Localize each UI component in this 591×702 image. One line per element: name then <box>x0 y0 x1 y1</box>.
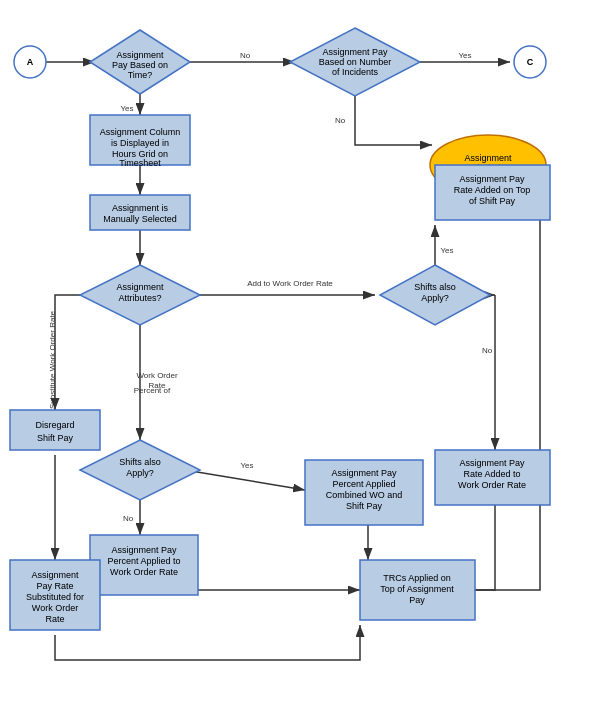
rect-sub-label4: Work Order <box>32 603 78 613</box>
rect-manually-label2: Manually Selected <box>103 214 177 224</box>
rect-disregard-label: Disregard <box>35 420 74 430</box>
rect-percent-comb-label2: Percent Applied <box>332 479 395 489</box>
yes3-label: Yes <box>240 461 253 470</box>
rect-column-label2: is Displayed in <box>111 138 169 148</box>
percent-wo-rate-label2: Rate <box>149 381 166 390</box>
substitute-label: Substitute Work Order Rate <box>48 310 57 409</box>
node-A-label: A <box>27 57 34 67</box>
diamond-shifts-l-label2: Apply? <box>126 468 154 478</box>
rect-rate-wo-label: Assignment Pay <box>459 458 525 468</box>
svg-line-12 <box>185 470 305 490</box>
rect-sub-label5: Rate <box>45 614 64 624</box>
rect-rate-wo-label3: Work Order Rate <box>458 480 526 490</box>
rect-percent-comb-label3: Combined WO and <box>326 490 403 500</box>
oval-complete-label: Assignment <box>464 153 512 163</box>
rect-sub-label2: Pay Rate <box>36 581 73 591</box>
rect-percent-comb-label: Assignment Pay <box>331 468 397 478</box>
no1-label: No <box>240 51 251 60</box>
node-C-label: C <box>527 57 534 67</box>
yes1-label: Yes <box>120 104 133 113</box>
add-wo-label: Add to Work Order Rate <box>247 279 333 288</box>
rect-rate-top-shift-label: Assignment Pay <box>459 174 525 184</box>
rect-rate-wo-label2: Rate Added to <box>463 469 520 479</box>
diamond-shifts-r-label2: Apply? <box>421 293 449 303</box>
rect-disregard-label2: Shift Pay <box>37 433 74 443</box>
rect-trcs-label2: Top of Assignment <box>380 584 454 594</box>
diamond-time-label2: Pay Based on <box>112 60 168 70</box>
rect-sub-label3: Substituted for <box>26 592 84 602</box>
diamond-time-label3: Time? <box>128 70 153 80</box>
rect-column-label: Assignment Column <box>100 127 181 137</box>
no3-label: No <box>123 514 134 523</box>
diamond-incidents-label2: Based on Number <box>319 57 392 67</box>
rect-rate-top-shift-label3: of Shift Pay <box>469 196 516 206</box>
diamond-incidents-label: Assignment Pay <box>322 47 388 57</box>
diamond-incidents-label3: of Incidents <box>332 67 379 77</box>
rect-percent-wo-label2: Percent Applied to <box>107 556 180 566</box>
rect-sub-label: Assignment <box>31 570 79 580</box>
diamond-time-label: Assignment <box>116 50 164 60</box>
flowchart: No Yes Yes No Substitute Work Order Rate… <box>0 0 591 702</box>
rect-disregard <box>10 410 100 450</box>
percent-wo-rate-label: Work Order <box>136 371 178 380</box>
diamond-shifts-l-label: Shifts also <box>119 457 161 467</box>
diamond-shifts-r-label: Shifts also <box>414 282 456 292</box>
diamond-attr-label2: Attributes? <box>118 293 161 303</box>
no2-label: No <box>335 116 346 125</box>
rect-rate-top-shift-label2: Rate Added on Top <box>454 185 530 195</box>
yes4-label: Yes <box>440 246 453 255</box>
rect-trcs-label3: Pay <box>409 595 425 605</box>
yes-c-label: Yes <box>458 51 471 60</box>
rect-column-label4: Timesheet <box>119 158 161 168</box>
rect-percent-wo-label3: Work Order Rate <box>110 567 178 577</box>
rect-percent-wo-label: Assignment Pay <box>111 545 177 555</box>
rect-trcs-label: TRCs Applied on <box>383 573 451 583</box>
rect-percent-comb-label4: Shift Pay <box>346 501 383 511</box>
rect-manually-label: Assignment is <box>112 203 169 213</box>
diamond-attr-label: Assignment <box>116 282 164 292</box>
no4-label: No <box>482 346 493 355</box>
